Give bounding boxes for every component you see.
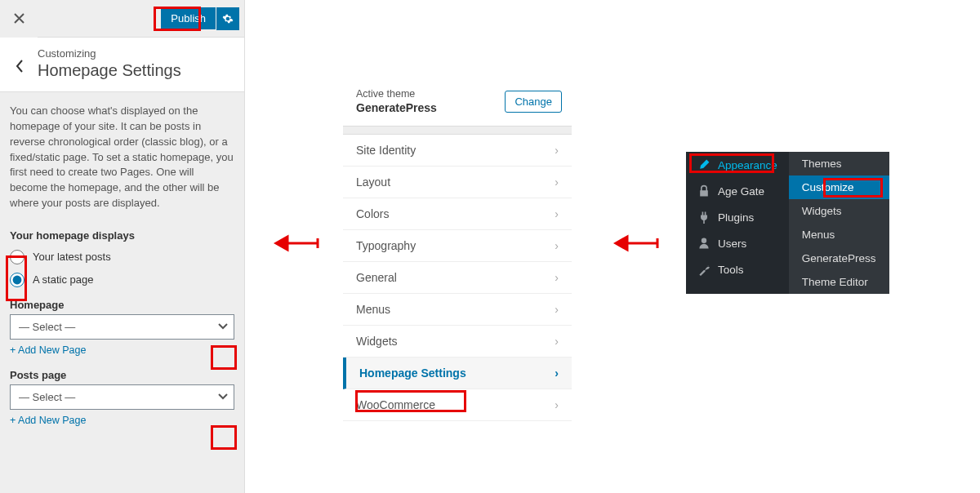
menu-label: Appearance: [718, 159, 777, 171]
admin-menu-appearance[interactable]: Appearance: [686, 152, 789, 178]
customizer-panel: Publish Customizing Homepage Settings Yo…: [0, 0, 245, 493]
close-icon: [14, 13, 24, 24]
change-theme-button[interactable]: Change: [505, 91, 562, 113]
chevron-right-icon: ›: [555, 239, 559, 252]
radio-static-page-input[interactable]: [10, 273, 24, 287]
radio-static-page[interactable]: A static page: [0, 268, 244, 291]
section-label: Site Identity: [356, 144, 416, 157]
admin-menu-submenu: ThemesCustomizeWidgetsMenusGeneratePress…: [789, 152, 889, 294]
arrow-left-2: [612, 227, 662, 260]
displays-heading: Your homepage displays: [0, 223, 244, 245]
section-label: Menus: [356, 303, 390, 316]
admin-menu-users[interactable]: Users: [686, 230, 789, 256]
radio-latest-posts-input[interactable]: [10, 250, 24, 264]
admin-menu-age-gate[interactable]: Age Gate: [686, 178, 789, 204]
submenu-label: Themes: [802, 158, 842, 170]
wrench-icon: [697, 263, 710, 276]
submenu-label: Menus: [802, 229, 835, 241]
homepage-label: Homepage: [10, 299, 234, 311]
chevron-right-icon: ›: [555, 271, 559, 284]
customizer-header-text: Customizing Homepage Settings: [29, 47, 181, 80]
section-label: Layout: [356, 175, 390, 189]
customizer-section-colors[interactable]: Colors›: [343, 198, 572, 230]
lock-icon: [697, 184, 710, 198]
admin-submenu-themes[interactable]: Themes: [789, 152, 889, 175]
brush-icon: [697, 158, 710, 171]
arrow-left-1: [273, 227, 322, 260]
chevron-right-icon: ›: [555, 398, 559, 411]
customizer-header: Customizing Homepage Settings: [0, 38, 244, 92]
submenu-label: GeneratePress: [802, 252, 876, 264]
section-label: WooCommerce: [356, 398, 435, 411]
customizer-section-site-identity[interactable]: Site Identity›: [343, 135, 572, 167]
close-button[interactable]: [0, 0, 38, 38]
add-page-homepage[interactable]: + Add New Page: [0, 341, 96, 361]
submenu-label: Customize: [802, 181, 854, 193]
chevron-left-icon: [16, 60, 24, 73]
admin-menu-main: AppearanceAge GatePluginsUsersTools: [686, 152, 789, 294]
customizer-root-panel: Active theme GeneratePress Change Site I…: [343, 82, 572, 421]
submenu-label: Widgets: [802, 205, 842, 217]
submenu-label: Theme Editor: [802, 276, 868, 288]
admin-menu-tools[interactable]: Tools: [686, 256, 789, 282]
panel-spacer: [343, 127, 572, 135]
active-theme-name: GeneratePress: [356, 101, 437, 114]
customizer-section-general[interactable]: General›: [343, 262, 572, 294]
posts-page-select[interactable]: — Select —: [10, 384, 234, 410]
plug-icon: [697, 211, 710, 224]
menu-label: Tools: [718, 264, 744, 276]
menu-label: Age Gate: [718, 185, 764, 198]
customizer-section-widgets[interactable]: Widgets›: [343, 326, 572, 358]
chevron-right-icon: ›: [555, 207, 559, 220]
section-label: General: [356, 271, 397, 284]
radio-latest-posts[interactable]: Your latest posts: [0, 245, 244, 268]
customizer-section-typography[interactable]: Typography›: [343, 230, 572, 262]
customizer-section-woocommerce[interactable]: WooCommerce›: [343, 389, 572, 421]
section-label: Colors: [356, 207, 389, 220]
back-button[interactable]: [10, 47, 29, 80]
chevron-right-icon: ›: [555, 335, 559, 348]
chevron-right-icon: ›: [555, 144, 559, 157]
menu-label: Users: [718, 238, 746, 250]
section-title: Homepage Settings: [38, 61, 181, 80]
admin-menu-plugins[interactable]: Plugins: [686, 204, 789, 230]
homepage-field: Homepage — Select —: [0, 291, 244, 341]
active-theme-row: Active theme GeneratePress Change: [343, 82, 572, 127]
section-label: Homepage Settings: [359, 366, 466, 380]
customizer-section-menus[interactable]: Menus›: [343, 294, 572, 326]
posts-page-field: Posts page — Select —: [0, 361, 244, 411]
posts-page-label: Posts page: [10, 369, 234, 381]
posts-page-select-wrap: — Select —: [10, 384, 234, 410]
active-theme-label: Active theme: [356, 88, 437, 100]
publish-button[interactable]: Publish: [161, 7, 216, 29]
publish-group: Publish: [161, 7, 244, 30]
admin-submenu-widgets[interactable]: Widgets: [789, 199, 889, 223]
gear-icon: [222, 13, 234, 24]
admin-submenu-generatepress[interactable]: GeneratePress: [789, 246, 889, 270]
admin-submenu-menus[interactable]: Menus: [789, 223, 889, 246]
chevron-right-icon: ›: [555, 175, 559, 189]
section-label: Typography: [356, 239, 416, 252]
radio-static-page-label: A static page: [33, 273, 93, 286]
chevron-right-icon: ›: [555, 303, 559, 316]
menu-label: Plugins: [718, 211, 754, 224]
radio-latest-posts-label: Your latest posts: [33, 251, 111, 263]
admin-submenu-customize[interactable]: Customize: [789, 175, 889, 199]
users-icon: [697, 237, 710, 250]
wp-admin-menu: AppearanceAge GatePluginsUsersTools Them…: [686, 152, 889, 294]
section-description: You can choose what's displayed on the h…: [0, 92, 244, 223]
chevron-right-icon: ›: [555, 366, 559, 380]
customizer-section-list: Site Identity›Layout›Colors›Typography›G…: [343, 135, 572, 421]
add-page-posts[interactable]: + Add New Page: [0, 411, 96, 431]
homepage-select[interactable]: — Select —: [10, 314, 234, 340]
homepage-select-wrap: — Select —: [10, 314, 234, 340]
customizer-section-homepage-settings[interactable]: Homepage Settings›: [343, 358, 572, 389]
customizer-section-layout[interactable]: Layout›: [343, 167, 572, 198]
customizer-top-bar: Publish: [0, 0, 244, 38]
admin-submenu-theme-editor[interactable]: Theme Editor: [789, 270, 889, 294]
publish-options-button[interactable]: [216, 7, 239, 30]
section-label: Widgets: [356, 335, 398, 348]
customizing-eyebrow: Customizing: [38, 47, 181, 60]
